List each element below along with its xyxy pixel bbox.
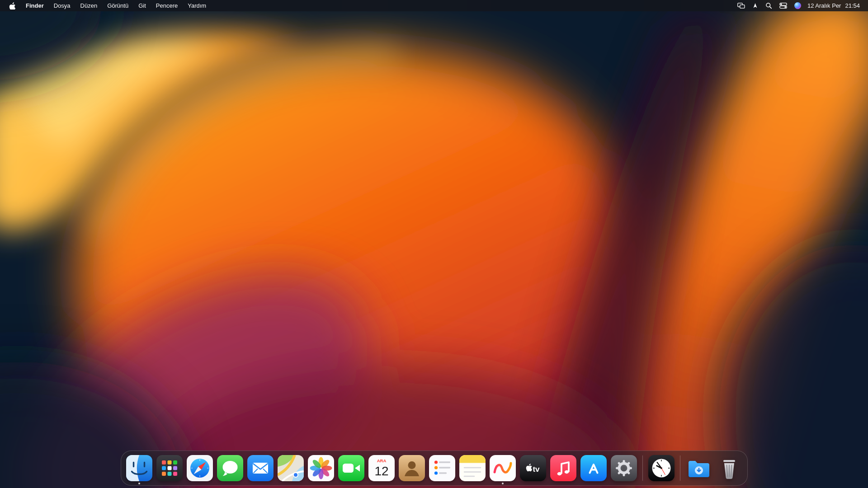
location-arrow-icon[interactable] bbox=[749, 0, 762, 11]
mail-icon bbox=[247, 455, 274, 481]
tv-logo-text: tv bbox=[533, 465, 540, 474]
dock-area: ARA 12 bbox=[0, 450, 868, 486]
calendar-month-label: ARA bbox=[377, 458, 386, 463]
dock-item-maps[interactable] bbox=[278, 455, 304, 481]
reminders-icon bbox=[429, 455, 455, 481]
wallpaper-ventura bbox=[0, 0, 868, 488]
system-settings-icon bbox=[611, 455, 637, 481]
running-indicator bbox=[138, 483, 140, 484]
dock-item-facetime[interactable] bbox=[338, 455, 364, 481]
apple-tv-icon: tv bbox=[520, 455, 546, 481]
freeform-icon bbox=[490, 455, 516, 481]
apple-menu[interactable] bbox=[4, 0, 21, 11]
menu-bar: Finder Dosya Düzen Görüntü Git Pencere Y… bbox=[0, 0, 868, 11]
calendar-day-label: 12 bbox=[374, 464, 388, 478]
dock-item-trash[interactable] bbox=[716, 455, 742, 481]
trash-icon bbox=[716, 455, 742, 481]
dock-item-calendar[interactable]: ARA 12 bbox=[368, 455, 395, 481]
menu-bar-date: 12 Aralık Per bbox=[807, 2, 841, 9]
calendar-icon: ARA 12 bbox=[368, 455, 395, 481]
clock-icon bbox=[648, 455, 675, 481]
menu-bar-left: Finder Dosya Düzen Görüntü Git Pencere Y… bbox=[4, 0, 211, 11]
dock-item-reminders[interactable] bbox=[429, 455, 455, 481]
siri-orb bbox=[794, 2, 801, 9]
dock-item-mail[interactable] bbox=[247, 455, 274, 481]
safari-icon bbox=[187, 455, 213, 481]
dock-item-freeform[interactable] bbox=[490, 455, 516, 481]
messages-icon bbox=[217, 455, 243, 481]
control-center-icon[interactable] bbox=[776, 0, 791, 11]
maps-icon bbox=[278, 455, 304, 481]
dock-item-apple-tv[interactable]: tv bbox=[520, 455, 546, 481]
downloads-folder-icon bbox=[686, 455, 712, 481]
menu-item-dosya[interactable]: Dosya bbox=[49, 0, 75, 11]
dock-item-finder[interactable] bbox=[126, 455, 152, 481]
menu-bar-clock[interactable]: 12 Aralık Per 21:54 bbox=[805, 0, 864, 11]
dock-separator bbox=[680, 455, 680, 481]
dock-separator bbox=[642, 455, 643, 481]
dock: ARA 12 bbox=[121, 450, 748, 486]
dock-item-photos[interactable] bbox=[308, 455, 334, 481]
menu-item-finder[interactable]: Finder bbox=[21, 0, 49, 11]
dock-item-notes[interactable] bbox=[459, 455, 486, 481]
menu-item-yardim[interactable]: Yardım bbox=[183, 0, 211, 11]
apple-logo-icon bbox=[9, 2, 15, 9]
spotlight-search-icon[interactable] bbox=[762, 0, 776, 11]
dock-item-messages[interactable] bbox=[217, 455, 243, 481]
desktop: Finder Dosya Düzen Görüntü Git Pencere Y… bbox=[0, 0, 868, 488]
dock-item-system-settings[interactable] bbox=[611, 455, 637, 481]
menu-item-pencere[interactable]: Pencere bbox=[151, 0, 183, 11]
dock-item-launchpad[interactable] bbox=[156, 455, 183, 481]
dock-item-clock[interactable] bbox=[648, 455, 675, 481]
dock-item-safari[interactable] bbox=[187, 455, 213, 481]
music-icon bbox=[550, 455, 576, 481]
launchpad-icon bbox=[156, 455, 183, 481]
app-store-icon bbox=[580, 455, 607, 481]
menu-bar-time: 21:54 bbox=[845, 2, 860, 9]
siri-icon[interactable] bbox=[791, 0, 805, 11]
menu-item-duzen[interactable]: Düzen bbox=[75, 0, 103, 11]
dock-item-downloads[interactable] bbox=[686, 455, 712, 481]
running-indicator bbox=[502, 483, 504, 484]
menu-item-git[interactable]: Git bbox=[133, 0, 151, 11]
finder-icon bbox=[126, 455, 152, 481]
dock-item-contacts[interactable] bbox=[399, 455, 425, 481]
facetime-icon bbox=[338, 455, 364, 481]
menu-item-goruntu[interactable]: Görüntü bbox=[102, 0, 133, 11]
menu-bar-status: 12 Aralık Per 21:54 bbox=[734, 0, 864, 11]
photos-icon bbox=[308, 455, 334, 481]
contacts-icon bbox=[399, 455, 425, 481]
dock-item-app-store[interactable] bbox=[580, 455, 607, 481]
screen-mirroring-icon[interactable] bbox=[734, 0, 749, 11]
notes-icon bbox=[459, 455, 486, 481]
dock-item-music[interactable] bbox=[550, 455, 576, 481]
